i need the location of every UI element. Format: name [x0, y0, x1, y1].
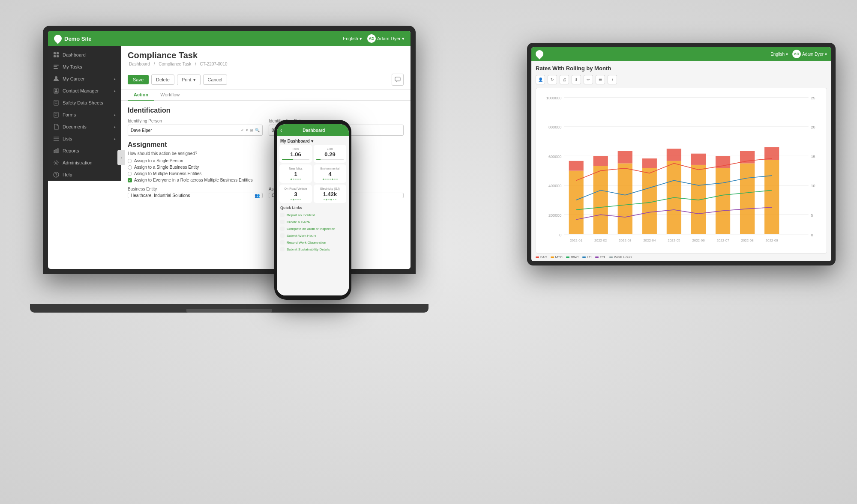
- sidebar-item-help[interactable]: Help: [48, 169, 121, 181]
- leaf-icon: [52, 33, 63, 44]
- sidebar-item-reports[interactable]: Reports: [48, 145, 121, 157]
- svg-rect-23: [618, 151, 632, 164]
- chart-menu-icon[interactable]: ☰: [596, 75, 605, 84]
- copy-icon[interactable]: ⊞: [250, 128, 253, 132]
- tablet-language-btn[interactable]: English ▾: [770, 52, 788, 57]
- svg-text:5: 5: [811, 213, 813, 218]
- sidebar-item-mytasks[interactable]: My Tasks: [48, 61, 121, 73]
- user-arrow: ▾: [402, 36, 405, 42]
- sidebar-item-documents[interactable]: Documents ▸: [48, 121, 121, 133]
- ltir-bar-fill: [316, 159, 321, 160]
- svg-text:10: 10: [811, 184, 815, 188]
- dot-e5: [332, 179, 333, 180]
- svg-text:2022-04: 2022-04: [643, 239, 656, 242]
- svg-rect-65: [56, 149, 57, 153]
- chart-refresh-icon[interactable]: ↻: [548, 75, 557, 84]
- metric-environmental: Environmental 4: [314, 164, 346, 183]
- comment-button[interactable]: [392, 74, 404, 86]
- sidebar-item-safety[interactable]: Safety Data Sheets: [48, 97, 121, 109]
- svg-rect-48: [57, 55, 59, 57]
- svg-rect-45: [54, 52, 56, 54]
- dot-o1: [291, 199, 292, 200]
- radio-everyone-role[interactable]: ✓ Assign to Everyone in a Role across Mu…: [128, 178, 404, 182]
- language-btn[interactable]: English ▾: [343, 36, 362, 42]
- main-area: Compliance Task Dashboard / Compliance T…: [121, 46, 411, 269]
- phone-back-btn[interactable]: ‹: [280, 127, 282, 134]
- tablet-content: Rates With Rolling by Month 👤 ↻ 🖨 ⬇ ✏ ☰ …: [531, 61, 831, 261]
- radio-single-person[interactable]: Assign to a Single Person: [128, 158, 404, 163]
- identifying-person-input[interactable]: ✓ ▾ ⊞ 🔍: [128, 125, 263, 136]
- dot-e6: [334, 179, 336, 180]
- check-icon[interactable]: ✓: [241, 128, 244, 132]
- quick-link-capa-label: Create a CAPA: [287, 220, 310, 224]
- sidebar-item-mycareer[interactable]: My Career ▸: [48, 73, 121, 85]
- tablet-user-btn[interactable]: AD Adam Dyer ▾: [792, 50, 827, 58]
- business-entity-input[interactable]: Healthcare, Industrial Solutions 👥: [128, 193, 263, 198]
- assignment-fields-row: Business Entity Healthcare, Industrial S…: [128, 187, 404, 198]
- sidebar-collapse-btn[interactable]: ‹: [117, 150, 125, 165]
- people-icon: 👥: [255, 193, 260, 198]
- dot-l1: [324, 199, 325, 200]
- tablet: English ▾ AD Adam Dyer ▾ Rates With Roll…: [527, 43, 836, 265]
- radio-single-entity[interactable]: Assign to a Single Business Entity: [128, 165, 404, 170]
- chart-print-icon[interactable]: 🖨: [560, 75, 569, 84]
- print-button[interactable]: Print ▾: [177, 75, 201, 85]
- assignment-title: Assignment: [128, 141, 404, 149]
- sidebar-item-dashboard[interactable]: Dashboard: [48, 49, 121, 61]
- quick-link-sustainability[interactable]: Submit Sustainability Details: [280, 246, 345, 253]
- user-label: Adam Dyer: [377, 36, 401, 41]
- chart-more-icon[interactable]: ⋮: [608, 75, 617, 84]
- ltir-bar: [316, 159, 344, 160]
- chart-person-icon[interactable]: 👤: [536, 75, 545, 84]
- delete-button[interactable]: Delete: [151, 75, 174, 85]
- identifying-person-group: Identifying Person ✓ ▾ ⊞ 🔍: [128, 119, 263, 136]
- tab-action[interactable]: Action: [128, 89, 154, 101]
- dot-l4: [330, 199, 332, 200]
- save-button[interactable]: Save: [128, 75, 149, 84]
- identifying-person-field[interactable]: [131, 128, 241, 133]
- forms-icon: [53, 112, 59, 118]
- legend-rwc-dot: [566, 256, 569, 258]
- svg-rect-29: [691, 154, 706, 165]
- scene: English ▾ AD Adam Dyer ▾ Rates With Roll…: [0, 0, 857, 504]
- breadcrumb-dashboard[interactable]: Dashboard: [129, 62, 150, 66]
- search-icon[interactable]: 🔍: [255, 128, 260, 132]
- contacts-icon: [53, 88, 59, 94]
- sidebar-item-forms[interactable]: Forms ▸: [48, 109, 121, 121]
- dropdown-icon[interactable]: ▾: [246, 128, 248, 132]
- quick-link-observation[interactable]: Record Work Observation: [280, 239, 345, 246]
- phone-dashboard-title[interactable]: My Dashboard ▾: [277, 136, 349, 145]
- svg-text:1000000: 1000000: [546, 96, 562, 100]
- checkbox-everyone-role: ✓: [128, 178, 132, 182]
- cancel-button[interactable]: Cancel: [203, 75, 227, 85]
- svg-text:2022-09: 2022-09: [766, 239, 779, 242]
- quick-link-workhours[interactable]: Submit Work Hours: [280, 232, 345, 239]
- trir-bar: [282, 159, 309, 160]
- svg-rect-19: [569, 161, 583, 171]
- sidebar-item-contactmanager[interactable]: Contact Manager ▸: [48, 85, 121, 97]
- svg-rect-47: [54, 55, 56, 57]
- breadcrumb: Dashboard / Compliance Task / CT-2207-00…: [128, 62, 404, 66]
- svg-rect-66: [57, 149, 58, 153]
- quick-link-audit[interactable]: Complete an Audit or Inspection: [280, 225, 345, 232]
- chart-download-icon[interactable]: ⬇: [572, 75, 581, 84]
- chart-edit-icon[interactable]: ✏: [584, 75, 593, 84]
- quick-link-capa[interactable]: Create a CAPA: [280, 218, 345, 225]
- dot-l3: [328, 199, 330, 200]
- assignment-radio-group: Assign to a Single Person Assign to a Si…: [128, 158, 404, 182]
- user-btn[interactable]: AD Adam Dyer ▾: [367, 34, 405, 43]
- svg-point-54: [55, 89, 57, 91]
- sidebar-item-admin[interactable]: Administration: [48, 157, 121, 169]
- svg-text:2022-03: 2022-03: [619, 239, 632, 242]
- tablet-user-label: Adam Dyer: [802, 52, 824, 57]
- quick-link-incident-label: Report an Incident: [287, 213, 315, 217]
- svg-rect-21: [593, 156, 608, 166]
- radio-multiple-entities[interactable]: Assign to Multiple Business Entities: [128, 171, 404, 176]
- quick-link-incident[interactable]: Report an Incident: [280, 212, 345, 218]
- sidebar-label-forms: Forms: [63, 112, 76, 117]
- svg-rect-33: [740, 151, 755, 164]
- tab-workflow[interactable]: Workflow: [154, 89, 186, 101]
- sidebar-item-lists[interactable]: Lists ▸: [48, 133, 121, 145]
- metric-onroad: On-Road Vehicle 3: [279, 185, 312, 203]
- breadcrumb-compliance[interactable]: Compliance Task: [159, 62, 191, 66]
